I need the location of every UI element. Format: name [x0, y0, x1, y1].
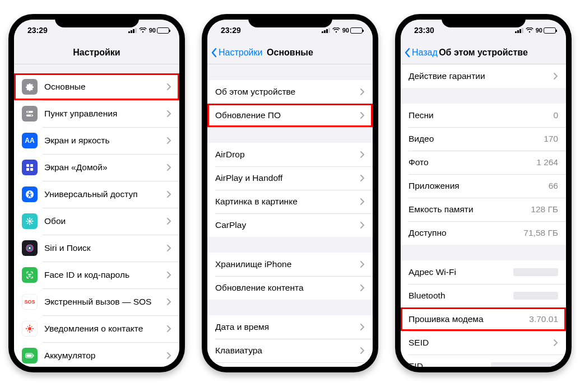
row-label: Действие гарантии [409, 71, 549, 81]
svg-rect-21 [27, 354, 32, 357]
row-bluetooth: Bluetooth [401, 284, 566, 307]
row-keyboard[interactable]: Клавиатура [207, 339, 373, 362]
row-label: Об этом устройстве [215, 86, 356, 97]
chevron-right-icon [167, 218, 171, 225]
row-seid[interactable]: SEID [401, 331, 566, 354]
back-button[interactable]: Настройки [211, 41, 262, 64]
content-scroll[interactable]: Об этом устройстве Обновление ПО AirDrop… [207, 64, 373, 367]
content-scroll[interactable]: Действие гарантии Песни0 Видео170 Фото1 … [401, 64, 566, 367]
wifi-icon [139, 27, 147, 33]
accessibility-icon [22, 186, 38, 202]
row-refresh[interactable]: Обновление контента [207, 276, 373, 300]
content-scroll[interactable]: Основные Пункт управления AA Экран и ярк… [14, 64, 179, 367]
row-apps: Приложения66 [401, 174, 566, 198]
svg-rect-20 [33, 354, 34, 357]
back-label: Настройки [219, 48, 262, 58]
notch [55, 14, 139, 27]
chevron-left-icon [211, 48, 217, 58]
row-label: Доступно [409, 227, 520, 238]
row-video: Видео170 [401, 127, 566, 151]
svg-point-18 [33, 328, 34, 329]
battery-icon [22, 348, 38, 363]
row-siri[interactable]: Siri и Поиск [14, 235, 179, 262]
row-label: AirDrop [215, 149, 356, 160]
row-airplay[interactable]: AirPlay и Handoff [207, 166, 373, 190]
svg-point-14 [28, 327, 31, 330]
svg-rect-7 [30, 168, 33, 171]
row-label: Обновление контента [215, 282, 356, 293]
phone-frame-3: 23:30 90 Назад Об этом устройстве Действ… [395, 14, 572, 372]
row-label: Bluetooth [409, 290, 513, 301]
row-airdrop[interactable]: AirDrop [207, 143, 373, 166]
row-label: Экран «Домой» [44, 162, 163, 172]
row-software-update[interactable]: Обновление ПО [207, 104, 373, 127]
row-eid: EID [401, 354, 566, 367]
row-sos[interactable]: SOS Экстренный вызов — SOS [14, 288, 179, 315]
screen: 23:30 90 Назад Об этом устройстве Действ… [401, 20, 566, 367]
row-fonts[interactable]: Шрифты [207, 362, 373, 367]
row-modem-firmware: Прошивка модема3.70.01 [401, 307, 566, 331]
battery-percent: 90 [342, 27, 349, 34]
chevron-right-icon [360, 261, 365, 268]
row-exposure[interactable]: Уведомления о контакте [14, 315, 179, 342]
row-label: Фото [409, 157, 533, 167]
row-label: Адрес Wi-Fi [409, 267, 513, 277]
phone-frame-2: 23:29 90 Настройки Основные Об этом уст [202, 14, 378, 372]
page-title: Настройки [73, 48, 120, 58]
chevron-right-icon [167, 325, 171, 332]
wifi-icon [332, 27, 340, 33]
text-size-icon: AA [22, 133, 38, 148]
redacted-value [491, 362, 558, 367]
wallpaper-icon [22, 213, 38, 229]
row-value: 3.70.01 [529, 314, 558, 324]
row-carplay[interactable]: CarPlay [207, 213, 373, 237]
clock: 23:29 [221, 26, 241, 35]
row-label: Уведомления о контакте [44, 323, 163, 334]
svg-rect-1 [26, 115, 33, 117]
status-icons: 90 [322, 27, 363, 34]
cell-signal-icon [128, 27, 137, 33]
row-label: Экстренный вызов — SOS [44, 296, 163, 307]
row-display[interactable]: AA Экран и яркость [14, 127, 179, 154]
chevron-right-icon [554, 339, 558, 346]
back-button[interactable]: Назад [404, 41, 438, 64]
svg-rect-5 [30, 164, 33, 167]
battery-indicator: 90 [342, 27, 363, 34]
row-battery[interactable]: Аккумулятор [14, 342, 179, 367]
screen: 23:29 90 Настройки Основные Об этом уст [207, 20, 373, 367]
row-label: AirPlay и Handoff [215, 172, 356, 183]
row-accessibility[interactable]: Универсальный доступ [14, 181, 179, 208]
battery-indicator: 90 [149, 27, 169, 34]
gear-icon [22, 79, 38, 95]
chevron-right-icon [360, 284, 365, 291]
row-home-screen[interactable]: Экран «Домой» [14, 154, 179, 181]
home-grid-icon [22, 160, 38, 175]
page-title: Основные [267, 48, 313, 58]
chevron-right-icon [360, 222, 365, 228]
chevron-right-icon [167, 352, 171, 359]
nav-bar: Настройки [14, 41, 179, 64]
faceid-icon [22, 267, 38, 283]
sos-icon: SOS [22, 294, 38, 310]
row-datetime[interactable]: Дата и время [207, 315, 373, 339]
chevron-right-icon [554, 73, 558, 80]
clock: 23:29 [27, 26, 48, 35]
row-about[interactable]: Об этом устройстве [207, 80, 373, 104]
chevron-right-icon [167, 272, 171, 278]
redacted-value [513, 292, 558, 300]
chevron-right-icon [360, 175, 365, 181]
exposure-icon [22, 321, 38, 337]
row-photo: Фото1 264 [401, 151, 566, 174]
svg-point-3 [31, 115, 32, 116]
row-pip[interactable]: Картинка в картинке [207, 190, 373, 213]
row-general[interactable]: Основные [14, 73, 179, 100]
row-control-center[interactable]: Пункт управления [14, 100, 179, 127]
row-faceid[interactable]: Face ID и код-пароль [14, 262, 179, 288]
chevron-right-icon [167, 137, 171, 144]
row-warranty[interactable]: Действие гарантии [401, 64, 566, 88]
chevron-right-icon [167, 245, 171, 251]
siri-icon [22, 240, 38, 256]
row-wallpaper[interactable]: Обои [14, 208, 179, 235]
row-label: Клавиатура [215, 345, 356, 356]
row-storage[interactable]: Хранилище iPhone [207, 253, 373, 276]
